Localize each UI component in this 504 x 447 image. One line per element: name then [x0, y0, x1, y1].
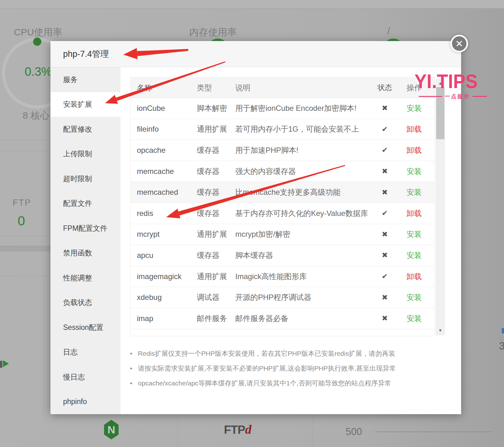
- table-row-opcache: opcache缓存器用于加速PHP脚本!✔卸载: [131, 140, 435, 161]
- uninstall-link[interactable]: 卸载: [401, 208, 428, 218]
- sidebar-item-上传限制[interactable]: 上传限制: [50, 142, 120, 167]
- table-row-memcached: memcached缓存器比memcache支持更多高级功能✖安装: [131, 182, 435, 203]
- sidebar-item-FPM配置文件[interactable]: FPM配置文件: [50, 216, 120, 241]
- ext-type-cell: 缓存器: [197, 187, 235, 197]
- status-not-installed-icon: ✖: [369, 167, 401, 176]
- dimmed-browser-bar: [0, 0, 504, 9]
- ext-desc-cell: 比memcache支持更多高级功能: [235, 187, 369, 197]
- nginx-letter: N: [108, 424, 115, 436]
- ext-desc-cell: Imagick高性能图形库: [235, 271, 369, 282]
- install-link[interactable]: 安装: [401, 166, 428, 176]
- install-link[interactable]: 安装: [401, 313, 428, 324]
- modal-title: php-7.4管理: [63, 48, 109, 60]
- ext-desc-cell: 强大的内容缓存器: [235, 166, 369, 176]
- sidebar-item-日志[interactable]: 日志: [50, 340, 120, 365]
- ext-desc-cell: 脚本缓存器: [235, 250, 369, 260]
- install-link[interactable]: 安装: [401, 187, 428, 197]
- ext-name-cell: xdebug: [131, 293, 197, 302]
- table-body: ionCube脚本解密用于解密ionCube Encoder加密脚本!✖安装fi…: [131, 98, 435, 329]
- sidebar-item-负载状态[interactable]: 负载状态: [50, 290, 120, 315]
- sidebar-item-超时限制[interactable]: 超时限制: [50, 166, 120, 191]
- sidebar-item-性能调整[interactable]: 性能调整: [50, 265, 120, 290]
- bg-vertical-divider: [312, 414, 313, 447]
- ext-desc-cell: 若可用内存小于1G，可能会安装不上: [235, 124, 369, 134]
- col-header-desc: 说明: [235, 83, 369, 93]
- bg-vertical-divider: [178, 414, 178, 447]
- install-link[interactable]: 安装: [401, 292, 428, 302]
- ext-desc-cell: 用于加速PHP脚本!: [235, 145, 369, 155]
- uninstall-link[interactable]: 卸载: [401, 124, 428, 134]
- sidebar-item-禁用函数[interactable]: 禁用函数: [50, 241, 120, 266]
- sidebar-item-服务[interactable]: 服务: [50, 67, 120, 92]
- note-item: Redis扩展仅支持一个PHP版本安装使用，若在其它PHP版本已安装redis扩…: [130, 346, 433, 361]
- sidebar-item-配置修改[interactable]: 配置修改: [50, 117, 120, 142]
- ext-desc-cell: 用于解密ionCube Encoder加密脚本!: [235, 103, 369, 113]
- cpu-cores-label: 8 核心: [23, 109, 50, 122]
- ext-name-cell: memcached: [131, 188, 197, 197]
- status-installed-icon: ✔: [369, 272, 401, 281]
- ext-type-cell: 缓存器: [197, 208, 235, 218]
- extension-table: 名称类型说明状态操作 ionCube脚本解密用于解密ionCube Encode…: [130, 77, 435, 336]
- col-header-type: 类型: [197, 83, 235, 93]
- status-installed-icon: ✔: [369, 209, 401, 218]
- chart-bar-fragment: [502, 328, 504, 333]
- ftpd-logo: FTPd: [224, 422, 251, 437]
- ext-type-cell: 通用扩展: [197, 229, 235, 239]
- sidebar-item-Session配置[interactable]: Session配置: [50, 315, 120, 340]
- status-not-installed-icon: ✖: [369, 188, 401, 197]
- ftp-count: 0: [18, 213, 25, 229]
- install-link[interactable]: 安装: [401, 229, 428, 239]
- disk-gauge-arc: [384, 39, 403, 41]
- clipped-glyph: [0, 361, 2, 368]
- scroll-down-icon[interactable]: ▼: [436, 328, 445, 333]
- table-row-xdebug: xdebug调试器开源的PHP程序调试器✖安装: [131, 287, 435, 308]
- sidebar-item-phpinfo[interactable]: phpinfo: [50, 390, 120, 414]
- cpu-gauge-dot: [33, 38, 41, 46]
- col-header-status: 状态: [369, 83, 401, 92]
- install-link[interactable]: 安装: [401, 250, 428, 260]
- modal-header: php-7.4管理: [50, 41, 461, 67]
- ftpd-main: FTP: [224, 423, 245, 436]
- uninstall-link[interactable]: 卸载: [401, 145, 428, 155]
- bg-divider: [461, 309, 504, 309]
- bg-rule-line: [375, 432, 492, 432]
- sidebar-item-安装扩展[interactable]: 安装扩展: [50, 92, 120, 117]
- bg-divider: [0, 235, 50, 236]
- ftp-title: FTP: [13, 198, 31, 208]
- table-row-mcrypt: mcrypt通用扩展mcrypt加密/解密✖安装: [131, 224, 435, 245]
- bg-strip: [0, 246, 50, 252]
- scrollbar-thumb[interactable]: [436, 87, 444, 139]
- scroll-up-icon[interactable]: ▲: [436, 81, 445, 86]
- table-scrollbar[interactable]: ▲ ▼: [436, 79, 445, 335]
- status-installed-icon: ✔: [369, 125, 401, 134]
- bg-count-value: 3: [499, 340, 504, 352]
- ext-type-cell: 缓存器: [197, 145, 235, 155]
- bg-divider: [0, 276, 50, 276]
- bg-divider: [461, 418, 504, 419]
- ext-desc-cell: 开源的PHP程序调试器: [235, 292, 369, 302]
- ext-name-cell: imagemagick: [131, 272, 197, 281]
- bg-vertical-divider: [44, 276, 44, 415]
- ext-name-cell: opcache: [131, 146, 197, 155]
- screen: CPU使用率 0.3% 8 核心 内存使用率 / FTP 0 3 N FTPd …: [0, 0, 504, 447]
- ext-name-cell: ionCube: [131, 104, 197, 113]
- cpu-usage-value: 0.3%: [25, 65, 52, 79]
- bg-divider: [461, 178, 504, 178]
- ext-type-cell: 通用扩展: [197, 271, 235, 282]
- ext-type-cell: 脚本解密: [197, 103, 235, 113]
- memory-gauge-arc: [208, 39, 228, 41]
- uninstall-link[interactable]: 卸载: [401, 271, 428, 282]
- sidebar-item-配置文件[interactable]: 配置文件: [50, 191, 120, 216]
- memory-usage-title: 内存使用率: [189, 26, 237, 39]
- ext-type-cell: 通用扩展: [197, 124, 235, 134]
- table-row-apcu: apcu缓存器脚本缓存器✖安装: [131, 245, 435, 266]
- disk-slash-label: /: [387, 25, 390, 37]
- table-row-ionCube: ionCube脚本解密用于解密ionCube Encoder加密脚本!✖安装: [131, 98, 435, 119]
- ext-name-cell: imap: [131, 314, 197, 323]
- install-link[interactable]: 安装: [401, 103, 428, 113]
- nginx-logo: N: [104, 420, 119, 439]
- ext-name-cell: memcache: [131, 167, 197, 176]
- table-row-redis: redis缓存器基于内存亦可持久化的Key-Value数据库✔卸载: [131, 203, 435, 224]
- close-button[interactable]: ✕: [450, 35, 468, 52]
- sidebar-item-慢日志[interactable]: 慢日志: [50, 365, 120, 390]
